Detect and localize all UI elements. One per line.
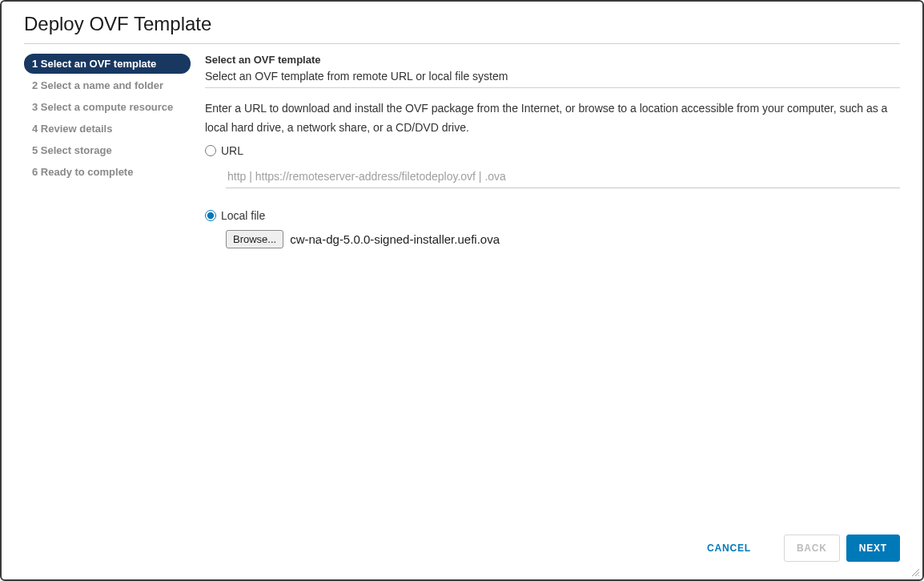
wizard-step-select-storage[interactable]: 5 Select storage xyxy=(24,140,191,160)
wizard-step-ready-complete[interactable]: 6 Ready to complete xyxy=(24,162,191,182)
local-file-radio-group: Local file Browse... cw-na-dg-5.0.0-sign… xyxy=(205,209,900,248)
url-input[interactable] xyxy=(226,165,900,188)
wizard-step-name-folder[interactable]: 2 Select a name and folder xyxy=(24,75,191,95)
deploy-ovf-dialog: Deploy OVF Template 1 Select an OVF temp… xyxy=(0,0,924,581)
wizard-step-compute-resource[interactable]: 3 Select a compute resource xyxy=(24,97,191,117)
content-separator xyxy=(205,87,900,88)
dialog-body: 1 Select an OVF template 2 Select a name… xyxy=(2,52,922,520)
url-radio-group: URL xyxy=(205,144,900,188)
url-radio[interactable] xyxy=(205,145,216,156)
next-button[interactable]: NEXT xyxy=(846,535,900,562)
selected-file-name: cw-na-dg-5.0.0-signed-installer.uefi.ova xyxy=(290,232,500,246)
content-area: Select an OVF template Select an OVF tem… xyxy=(191,52,900,520)
local-file-radio-label[interactable]: Local file xyxy=(221,209,265,222)
local-file-radio[interactable] xyxy=(205,210,216,221)
content-subheading: Select an OVF template from remote URL o… xyxy=(205,70,900,83)
browse-button[interactable]: Browse... xyxy=(226,230,283,248)
url-radio-label[interactable]: URL xyxy=(221,144,243,157)
content-heading: Select an OVF template xyxy=(205,54,900,66)
dialog-footer: CANCEL BACK NEXT xyxy=(2,520,922,579)
wizard-steps: 1 Select an OVF template 2 Select a name… xyxy=(24,52,191,520)
content-description: Enter a URL to download and install the … xyxy=(205,99,900,138)
wizard-step-review-details[interactable]: 4 Review details xyxy=(24,119,191,139)
back-button: BACK xyxy=(784,535,840,562)
wizard-step-select-ovf[interactable]: 1 Select an OVF template xyxy=(24,54,191,74)
cancel-button[interactable]: CANCEL xyxy=(695,535,763,561)
dialog-title: Deploy OVF Template xyxy=(2,2,922,43)
title-separator xyxy=(24,43,900,44)
